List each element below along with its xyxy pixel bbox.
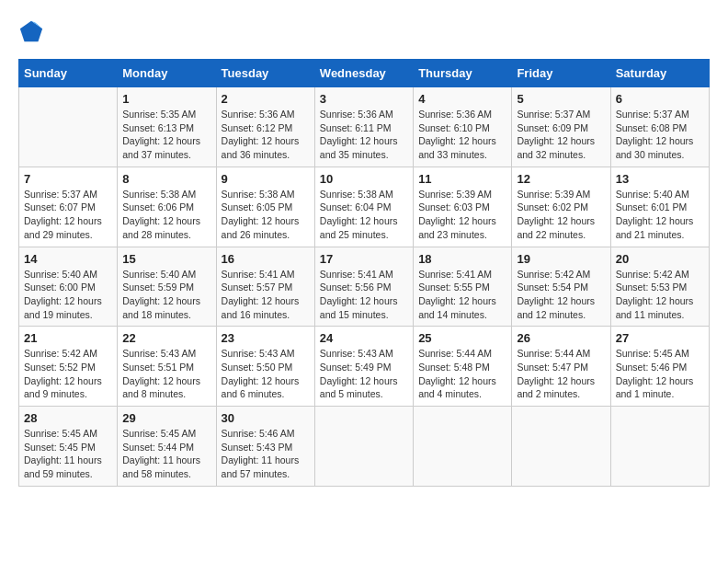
day-info: Sunrise: 5:44 AMSunset: 5:47 PMDaylight:… <box>517 347 605 401</box>
day-info: Sunrise: 5:45 AMSunset: 5:44 PMDaylight:… <box>122 427 210 481</box>
calendar-cell: 15Sunrise: 5:40 AMSunset: 5:59 PMDayligh… <box>118 247 216 327</box>
calendar-cell <box>610 407 709 487</box>
calendar-table: SundayMondayTuesdayWednesdayThursdayFrid… <box>18 59 710 487</box>
day-info: Sunrise: 5:42 AMSunset: 5:54 PMDaylight:… <box>517 268 605 322</box>
calendar-cell: 25Sunrise: 5:44 AMSunset: 5:48 PMDayligh… <box>414 327 512 407</box>
day-info: Sunrise: 5:40 AMSunset: 6:01 PMDaylight:… <box>616 188 704 242</box>
day-info: Sunrise: 5:43 AMSunset: 5:49 PMDaylight:… <box>320 347 408 401</box>
calendar-cell: 17Sunrise: 5:41 AMSunset: 5:56 PMDayligh… <box>314 247 413 327</box>
calendar-week-row: 1Sunrise: 5:35 AMSunset: 6:13 PMDaylight… <box>19 87 710 167</box>
day-number: 29 <box>122 411 210 425</box>
day-number: 24 <box>320 331 408 345</box>
day-info: Sunrise: 5:38 AMSunset: 6:06 PMDaylight:… <box>122 188 210 242</box>
calendar-week-row: 28Sunrise: 5:45 AMSunset: 5:45 PMDayligh… <box>19 407 710 487</box>
day-number: 22 <box>122 331 210 345</box>
calendar-cell: 30Sunrise: 5:46 AMSunset: 5:43 PMDayligh… <box>216 407 314 487</box>
day-info: Sunrise: 5:41 AMSunset: 5:55 PMDaylight:… <box>418 268 506 322</box>
day-info: Sunrise: 5:46 AMSunset: 5:43 PMDaylight:… <box>222 427 310 481</box>
calendar-cell: 29Sunrise: 5:45 AMSunset: 5:44 PMDayligh… <box>118 407 216 487</box>
calendar-week-row: 21Sunrise: 5:42 AMSunset: 5:52 PMDayligh… <box>19 327 710 407</box>
day-info: Sunrise: 5:40 AMSunset: 6:00 PMDaylight:… <box>24 268 112 322</box>
calendar-cell: 18Sunrise: 5:41 AMSunset: 5:55 PMDayligh… <box>414 247 512 327</box>
day-info: Sunrise: 5:42 AMSunset: 5:53 PMDaylight:… <box>616 268 704 322</box>
day-header-monday: Monday <box>118 60 216 87</box>
calendar-cell: 13Sunrise: 5:40 AMSunset: 6:01 PMDayligh… <box>610 167 709 247</box>
calendar-cell: 16Sunrise: 5:41 AMSunset: 5:57 PMDayligh… <box>216 247 314 327</box>
day-header-tuesday: Tuesday <box>216 60 314 87</box>
day-info: Sunrise: 5:39 AMSunset: 6:02 PMDaylight:… <box>517 188 605 242</box>
day-number: 30 <box>222 411 310 425</box>
day-number: 9 <box>222 172 310 186</box>
day-number: 8 <box>122 172 210 186</box>
day-info: Sunrise: 5:41 AMSunset: 5:57 PMDaylight:… <box>222 268 310 322</box>
svg-marker-0 <box>20 21 42 41</box>
day-info: Sunrise: 5:45 AMSunset: 5:45 PMDaylight:… <box>24 427 112 481</box>
calendar-cell: 4Sunrise: 5:36 AMSunset: 6:10 PMDaylight… <box>414 87 512 167</box>
day-info: Sunrise: 5:43 AMSunset: 5:50 PMDaylight:… <box>222 347 310 401</box>
day-info: Sunrise: 5:43 AMSunset: 5:51 PMDaylight:… <box>122 347 210 401</box>
calendar-cell: 7Sunrise: 5:37 AMSunset: 6:07 PMDaylight… <box>19 167 118 247</box>
day-number: 5 <box>517 92 605 106</box>
day-number: 26 <box>517 331 605 345</box>
day-number: 14 <box>24 252 112 266</box>
day-number: 2 <box>222 92 310 106</box>
day-number: 28 <box>24 411 112 425</box>
day-header-saturday: Saturday <box>610 60 709 87</box>
calendar-cell: 1Sunrise: 5:35 AMSunset: 6:13 PMDaylight… <box>118 87 216 167</box>
calendar-cell: 20Sunrise: 5:42 AMSunset: 5:53 PMDayligh… <box>610 247 709 327</box>
day-number: 16 <box>222 252 310 266</box>
day-info: Sunrise: 5:37 AMSunset: 6:09 PMDaylight:… <box>517 108 605 162</box>
calendar-cell: 23Sunrise: 5:43 AMSunset: 5:50 PMDayligh… <box>216 327 314 407</box>
calendar-cell: 19Sunrise: 5:42 AMSunset: 5:54 PMDayligh… <box>512 247 610 327</box>
calendar-cell: 27Sunrise: 5:45 AMSunset: 5:46 PMDayligh… <box>610 327 709 407</box>
day-info: Sunrise: 5:41 AMSunset: 5:56 PMDaylight:… <box>320 268 408 322</box>
day-number: 11 <box>418 172 506 186</box>
calendar-week-row: 7Sunrise: 5:37 AMSunset: 6:07 PMDaylight… <box>19 167 710 247</box>
calendar-cell: 24Sunrise: 5:43 AMSunset: 5:49 PMDayligh… <box>314 327 413 407</box>
day-number: 20 <box>616 252 704 266</box>
day-number: 4 <box>418 92 506 106</box>
day-info: Sunrise: 5:35 AMSunset: 6:13 PMDaylight:… <box>122 108 210 162</box>
calendar-cell: 26Sunrise: 5:44 AMSunset: 5:47 PMDayligh… <box>512 327 610 407</box>
calendar-cell: 14Sunrise: 5:40 AMSunset: 6:00 PMDayligh… <box>19 247 118 327</box>
calendar-header-row: SundayMondayTuesdayWednesdayThursdayFrid… <box>19 60 710 87</box>
day-info: Sunrise: 5:36 AMSunset: 6:10 PMDaylight:… <box>418 108 506 162</box>
day-number: 25 <box>418 331 506 345</box>
day-number: 15 <box>122 252 210 266</box>
calendar-cell: 3Sunrise: 5:36 AMSunset: 6:11 PMDaylight… <box>314 87 413 167</box>
day-info: Sunrise: 5:36 AMSunset: 6:11 PMDaylight:… <box>320 108 408 162</box>
day-header-wednesday: Wednesday <box>314 60 413 87</box>
day-header-thursday: Thursday <box>414 60 512 87</box>
day-number: 17 <box>320 252 408 266</box>
day-info: Sunrise: 5:37 AMSunset: 6:08 PMDaylight:… <box>616 108 704 162</box>
day-number: 1 <box>122 92 210 106</box>
day-number: 6 <box>616 92 704 106</box>
logo-icon <box>18 18 44 44</box>
calendar-cell <box>19 87 118 167</box>
calendar-cell: 8Sunrise: 5:38 AMSunset: 6:06 PMDaylight… <box>118 167 216 247</box>
day-number: 10 <box>320 172 408 186</box>
day-info: Sunrise: 5:38 AMSunset: 6:04 PMDaylight:… <box>320 188 408 242</box>
day-number: 27 <box>616 331 704 345</box>
day-header-sunday: Sunday <box>19 60 118 87</box>
day-number: 18 <box>418 252 506 266</box>
day-number: 23 <box>222 331 310 345</box>
calendar-cell: 22Sunrise: 5:43 AMSunset: 5:51 PMDayligh… <box>118 327 216 407</box>
day-info: Sunrise: 5:36 AMSunset: 6:12 PMDaylight:… <box>222 108 310 162</box>
day-number: 3 <box>320 92 408 106</box>
calendar-cell: 10Sunrise: 5:38 AMSunset: 6:04 PMDayligh… <box>314 167 413 247</box>
calendar-cell <box>314 407 413 487</box>
calendar-cell: 6Sunrise: 5:37 AMSunset: 6:08 PMDaylight… <box>610 87 709 167</box>
calendar-cell: 11Sunrise: 5:39 AMSunset: 6:03 PMDayligh… <box>414 167 512 247</box>
calendar-cell: 2Sunrise: 5:36 AMSunset: 6:12 PMDaylight… <box>216 87 314 167</box>
calendar-cell: 5Sunrise: 5:37 AMSunset: 6:09 PMDaylight… <box>512 87 610 167</box>
day-info: Sunrise: 5:39 AMSunset: 6:03 PMDaylight:… <box>418 188 506 242</box>
day-number: 19 <box>517 252 605 266</box>
day-number: 12 <box>517 172 605 186</box>
calendar-week-row: 14Sunrise: 5:40 AMSunset: 6:00 PMDayligh… <box>19 247 710 327</box>
day-number: 13 <box>616 172 704 186</box>
day-header-friday: Friday <box>512 60 610 87</box>
day-info: Sunrise: 5:45 AMSunset: 5:46 PMDaylight:… <box>616 347 704 401</box>
day-info: Sunrise: 5:42 AMSunset: 5:52 PMDaylight:… <box>24 347 112 401</box>
day-info: Sunrise: 5:38 AMSunset: 6:05 PMDaylight:… <box>222 188 310 242</box>
